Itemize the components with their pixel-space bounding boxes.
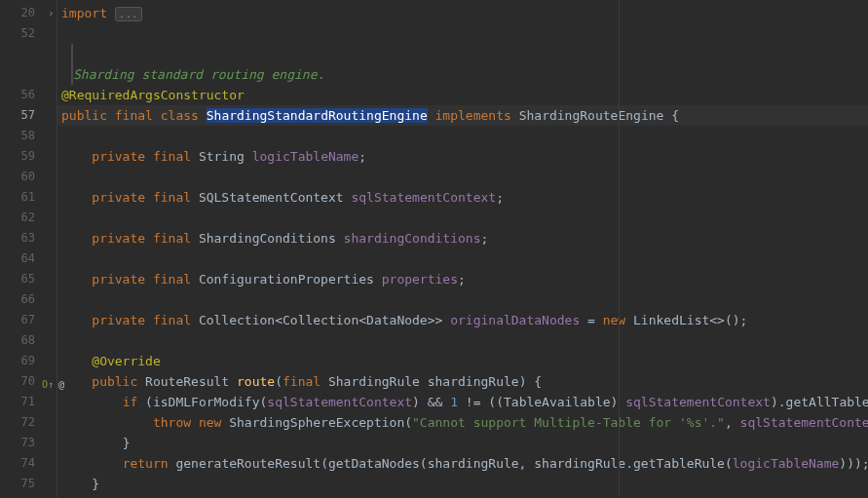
line-number: 71 (0, 392, 57, 412)
line-number: 56 (0, 85, 57, 105)
code-line[interactable] (57, 208, 868, 228)
code-area[interactable]: ›import ... Sharding standard routing en… (57, 0, 868, 498)
line-number: 62 (0, 208, 57, 228)
code-line[interactable]: private final ConfigurationProperties pr… (57, 269, 868, 289)
line-number: 66 (0, 289, 57, 310)
code-line[interactable] (57, 249, 868, 269)
line-number: 52 (0, 23, 57, 44)
line-number: 58 (0, 126, 57, 146)
code-line[interactable]: @Override (57, 351, 868, 371)
line-number: 60 (0, 167, 57, 187)
line-number: 76 (0, 494, 57, 498)
code-line[interactable] (57, 23, 868, 44)
code-line[interactable] (57, 167, 868, 187)
code-line[interactable]: if (isDMLForModify(sqlStatementContext) … (57, 392, 868, 412)
line-number: 69 (0, 351, 57, 371)
doc-comment[interactable] (71, 44, 868, 64)
line-number: 64 (0, 249, 57, 269)
code-line[interactable]: ›import ... (57, 3, 868, 23)
line-number (0, 44, 57, 64)
code-line[interactable] (57, 289, 868, 310)
line-number: 70 O↑ @ (0, 371, 57, 392)
code-line[interactable]: @RequiredArgsConstructor (57, 85, 868, 105)
code-line[interactable]: throw new ShardingSphereException("Canno… (57, 412, 868, 433)
code-line[interactable]: private final SQLStatementContext sqlSta… (57, 187, 868, 208)
code-line-current[interactable]: public final class ShardingStandardRouti… (57, 105, 868, 126)
code-editor[interactable]: 20 52 56 57 58 59 60 61 62 63 64 65 66 6… (0, 0, 868, 498)
line-number: 74 (0, 453, 57, 474)
code-line[interactable]: return generateRouteResult(getDataNodes(… (57, 453, 868, 474)
code-line[interactable]: private final String logicTableName; (57, 146, 868, 167)
line-number: 68 (0, 330, 57, 351)
selection[interactable]: ShardingStandardRoutingEngine (207, 108, 428, 123)
line-number-current: 57 (0, 105, 57, 126)
code-line[interactable]: private final Collection<Collection<Data… (57, 310, 868, 330)
folded-region[interactable]: ... (115, 7, 142, 21)
code-line[interactable]: public RouteResult route(final ShardingR… (57, 371, 868, 392)
fold-chevron-icon[interactable]: › (48, 3, 55, 23)
line-number: 63 (0, 228, 57, 249)
right-margin-guide (619, 0, 620, 498)
line-number: 59 (0, 146, 57, 167)
line-number: 67 (0, 310, 57, 330)
code-line[interactable]: } (57, 474, 868, 494)
line-number: 65 (0, 269, 57, 289)
line-number: 73 (0, 433, 57, 453)
doc-comment[interactable]: Sharding standard routing engine. (71, 64, 868, 85)
line-number (0, 64, 57, 85)
line-number: 61 (0, 187, 57, 208)
line-number: 72 (0, 412, 57, 433)
code-line[interactable]: private final ShardingConditions shardin… (57, 228, 868, 249)
code-line[interactable] (57, 330, 868, 351)
code-line[interactable] (57, 126, 868, 146)
code-line[interactable]: } (57, 433, 868, 453)
gutter: 20 52 56 57 58 59 60 61 62 63 64 65 66 6… (0, 0, 57, 498)
code-line[interactable] (57, 494, 868, 498)
line-number: 75 (0, 474, 57, 494)
